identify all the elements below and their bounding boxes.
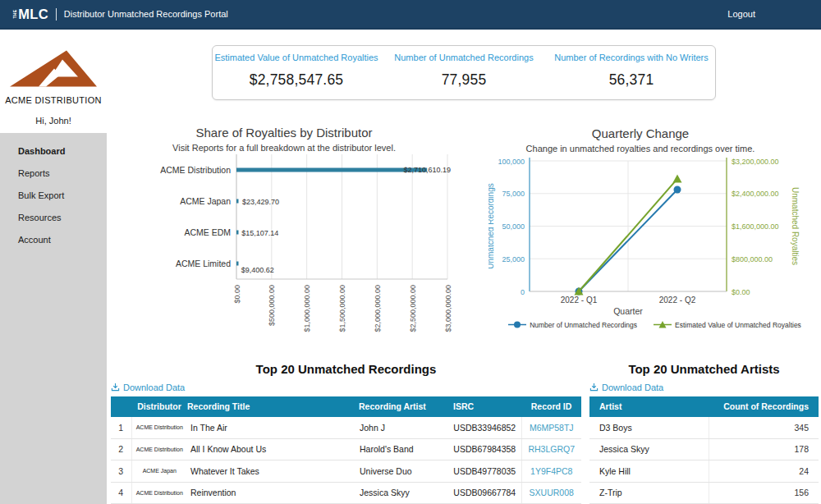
cell-distributor: ACME Distribution — [131, 482, 187, 504]
col-header-isrc: ISRC — [448, 396, 521, 417]
stat-value: 56,371 — [548, 71, 715, 89]
line-chart-svg: 025,00050,00075,000100,000$0.00$800,000.… — [488, 123, 821, 316]
summary-stats-card: Estimated Value of Unmatched Royalties$2… — [212, 45, 716, 100]
sidebar-item-resources[interactable]: Resources — [0, 206, 107, 228]
royalties-bar-chart: $0.00$500,000.00$1,000,000.00$1,500,000.… — [111, 123, 488, 346]
table-row: Jessica Skyy178 — [589, 438, 819, 460]
svg-text:Unmatched Royalties: Unmatched Royalties — [791, 187, 800, 265]
svg-text:ACME Japan: ACME Japan — [180, 196, 231, 206]
sidebar-item-reports[interactable]: Reports — [0, 162, 107, 184]
legend-line-triangle-icon — [654, 320, 672, 329]
cell-distributor: ACME Japan — [131, 460, 187, 483]
table-row: Kyle Hill24 — [589, 460, 819, 483]
svg-text:$2,710,610.19: $2,710,610.19 — [403, 166, 451, 174]
chart-legend: Number of Unmatched RecordingsEstimated … — [488, 320, 821, 329]
cell-record-id-link[interactable]: 1Y9F4PC8 — [521, 460, 581, 483]
col-header-artist: Artist — [589, 396, 709, 417]
cell-record-id-link[interactable]: SXUUR008 — [521, 482, 581, 504]
sidebar-item-account[interactable]: Account — [0, 228, 107, 250]
recordings-table: DistributorRecording TitleRecording Arti… — [111, 396, 581, 504]
legend-line-circle-icon — [508, 320, 526, 329]
col-header-count: Count of Recordings — [709, 396, 819, 417]
table-row: Z-Trip156 — [589, 482, 819, 504]
svg-text:2022 - Q1: 2022 - Q1 — [561, 296, 598, 305]
svg-text:$0.00: $0.00 — [233, 285, 241, 304]
cell-recording-title: In The Air — [187, 417, 356, 439]
svg-text:Unmatched Recordings: Unmatched Recordings — [488, 183, 495, 269]
cell-count: 156 — [709, 482, 819, 504]
sidebar-nav: DashboardReportsBulk ExportResourcesAcco… — [0, 133, 107, 504]
cell-isrc: USDB67984358 — [448, 438, 521, 460]
mlc-logo-text: MLC — [18, 7, 48, 22]
download-link-label: Download Data — [123, 383, 185, 392]
sidebar-item-bulk-export[interactable]: Bulk Export — [0, 184, 107, 206]
artists-table-header: ArtistCount of Recordings — [589, 396, 819, 417]
header-divider — [56, 8, 57, 21]
stat-label: Estimated Value of Unmatched Royalties — [213, 53, 380, 62]
row-number: 4 — [111, 482, 131, 504]
greeting-text: Hi, John! — [0, 116, 107, 126]
svg-text:$2,400,000.00: $2,400,000.00 — [732, 190, 779, 198]
svg-text:2022 - Q2: 2022 - Q2 — [659, 296, 696, 305]
cell-count: 24 — [709, 460, 819, 483]
cell-recording-title: Whatever It Takes — [187, 460, 356, 483]
col-header-dist: Distributor — [131, 396, 187, 417]
download-link-label: Download Data — [602, 383, 663, 392]
svg-text:$1,600,000.00: $1,600,000.00 — [732, 222, 779, 231]
svg-text:0: 0 — [521, 288, 525, 296]
download-icon — [111, 383, 120, 392]
svg-text:Visit Reports for a full break: Visit Reports for a full breakdown at th… — [172, 143, 396, 153]
col-header-artist: Recording Artist — [356, 396, 448, 417]
svg-text:ACME EDM: ACME EDM — [184, 227, 231, 237]
col-header-rid: Record ID — [521, 396, 581, 417]
acme-logo — [8, 46, 99, 91]
cell-record-id-link[interactable]: RH3LGRQ7 — [521, 438, 581, 460]
cell-isrc: USDB33946852 — [448, 417, 521, 439]
svg-text:25,000: 25,000 — [502, 255, 525, 263]
bar-chart-svg: $0.00$500,000.00$1,000,000.00$1,500,000.… — [111, 123, 488, 346]
svg-text:$3,200,000.00: $3,200,000.00 — [732, 158, 779, 166]
svg-text:Share of Royalties by Distribu: Share of Royalties by Distributor — [195, 126, 372, 140]
cell-artist: D3 Boys — [589, 417, 709, 439]
row-number: 2 — [111, 438, 131, 460]
download-artists-link[interactable]: Download Data — [589, 383, 663, 392]
svg-text:$0.00: $0.00 — [732, 288, 750, 296]
cell-count: 178 — [709, 438, 819, 460]
svg-text:$2,000,000.00: $2,000,000.00 — [374, 285, 382, 332]
cell-record-id-link[interactable]: M6MP58TJ — [521, 417, 581, 439]
svg-text:Quarterly Change: Quarterly Change — [592, 126, 689, 140]
download-icon — [589, 383, 599, 392]
table-row: 3ACME JapanWhatever It TakesUniverse Duo… — [111, 460, 581, 483]
mlc-logo[interactable]: THE MLC — [10, 7, 48, 22]
cell-artist: Kyle Hill — [589, 460, 709, 483]
table-row: D3 Boys345 — [589, 417, 819, 439]
svg-text:75,000: 75,000 — [502, 190, 525, 198]
legend-label: Estimated Value of Unmatched Royalties — [675, 321, 801, 329]
cell-recording-artist: John J — [356, 417, 448, 439]
recordings-table-header: DistributorRecording TitleRecording Arti… — [111, 396, 581, 417]
row-number: 3 — [111, 460, 131, 483]
cell-recording-artist: Harold's Band — [356, 438, 448, 460]
svg-text:ACME Distribution: ACME Distribution — [160, 165, 231, 175]
svg-text:$3,000,000.00: $3,000,000.00 — [444, 285, 452, 332]
cell-isrc: USDB09667784 — [448, 482, 521, 504]
cell-distributor: ACME Distribution — [131, 417, 187, 439]
stat-item-0: Estimated Value of Unmatched Royalties$2… — [213, 46, 380, 99]
svg-text:$15,107.14: $15,107.14 — [241, 229, 278, 237]
svg-text:100,000: 100,000 — [498, 158, 525, 166]
download-recordings-link[interactable]: Download Data — [111, 383, 185, 392]
svg-text:$500,000.00: $500,000.00 — [268, 285, 276, 326]
stat-value: 77,955 — [380, 71, 548, 89]
sidebar-item-dashboard[interactable]: Dashboard — [0, 140, 107, 162]
logout-button[interactable]: Logout — [727, 9, 755, 19]
table-row: 1ACME DistributionIn The AirJohn JUSDB33… — [111, 417, 581, 439]
org-name: ACME DISTRIBUTION — [0, 95, 107, 105]
top-nav-bar: THE MLC Distributor Unmatched Recordings… — [0, 0, 821, 30]
svg-text:$23,429.70: $23,429.70 — [242, 198, 279, 206]
stat-item-1: Number of Unmatched Recordings77,955 — [380, 46, 548, 99]
quarterly-change-chart: 025,00050,00075,000100,000$0.00$800,000.… — [488, 123, 821, 338]
unmatched-recordings-section: Top 20 Unmatched Recordings Download Dat… — [111, 362, 581, 504]
artists-table-title: Top 20 Unmatched Artists — [589, 362, 819, 377]
svg-text:$800,000.00: $800,000.00 — [732, 255, 773, 263]
cell-recording-title: Reinvention — [187, 482, 356, 504]
